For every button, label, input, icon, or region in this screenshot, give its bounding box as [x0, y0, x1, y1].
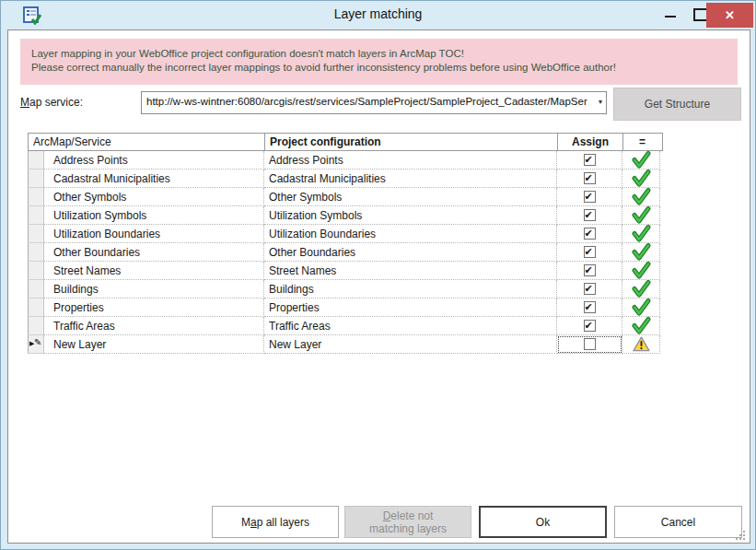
service-name-cell[interactable]: Properties: [44, 298, 264, 317]
table-row: Utilization BoundariesUtilization Bounda…: [28, 225, 663, 243]
table-row: Traffic AreasTraffic Areas: [28, 317, 663, 335]
close-button[interactable]: ✕: [706, 3, 753, 28]
row-header-cell[interactable]: ▶✎: [28, 335, 44, 354]
delete-not-matching-layers-button: Delete not matching layers: [344, 506, 471, 538]
service-name-cell[interactable]: Other Symbols: [44, 188, 264, 206]
row-header-cell[interactable]: [28, 170, 44, 188]
service-name-cell[interactable]: Utilization Boundaries: [44, 225, 264, 243]
column-header-service[interactable]: ArcMap/Service: [29, 134, 265, 150]
window-title: Layer matching: [1, 6, 755, 21]
assign-cell[interactable]: [557, 206, 622, 225]
row-header-cell[interactable]: [28, 151, 44, 170]
assign-cell[interactable]: [557, 243, 622, 262]
table-header-row: ArcMap/Service Project configuration Ass…: [28, 133, 663, 151]
resize-grip-icon[interactable]: [735, 529, 747, 541]
match-check-icon: [631, 188, 651, 205]
project-config-cell[interactable]: Traffic Areas: [264, 317, 557, 335]
layer-matching-table: ArcMap/Service Project configuration Ass…: [28, 133, 663, 354]
column-header-assign[interactable]: Assign: [558, 134, 623, 150]
assign-cell[interactable]: [557, 298, 622, 317]
project-config-cell[interactable]: Other Symbols: [264, 188, 557, 206]
warning-banner: Layer mapping in your WebOffice project …: [20, 39, 738, 85]
row-header-cell[interactable]: [28, 225, 44, 243]
assign-checkbox[interactable]: [584, 338, 596, 350]
project-config-cell[interactable]: Utilization Symbols: [264, 206, 557, 225]
row-header-cell[interactable]: [28, 188, 44, 206]
match-check-icon: [631, 243, 651, 261]
match-status-cell: [622, 170, 660, 188]
row-header-cell[interactable]: [28, 280, 44, 298]
project-config-cell[interactable]: Buildings: [264, 280, 557, 298]
service-name-cell[interactable]: Utilization Symbols: [44, 206, 264, 225]
get-structure-button[interactable]: Get Structure: [613, 88, 741, 121]
assign-cell[interactable]: [557, 151, 622, 170]
table-row: Street NamesStreet Names: [28, 262, 663, 280]
service-name-cell[interactable]: New Layer: [44, 335, 264, 354]
assign-cell[interactable]: [557, 170, 622, 188]
project-config-cell[interactable]: Utilization Boundaries: [264, 225, 557, 243]
table-row: PropertiesProperties: [28, 298, 663, 317]
row-header-cell[interactable]: [28, 298, 44, 317]
match-status-cell: [622, 280, 660, 298]
assign-checkbox[interactable]: [584, 172, 596, 184]
warning-line-1: Layer mapping in your WebOffice project …: [31, 47, 728, 61]
project-config-cell[interactable]: Address Points: [264, 151, 557, 170]
table-row: Cadastral MunicipalitiesCadastral Munici…: [28, 170, 663, 188]
map-service-value: http://w-ws-wintner:6080/arcgis/rest/ser…: [146, 96, 589, 107]
match-check-icon: [631, 280, 651, 298]
assign-checkbox[interactable]: [584, 320, 596, 332]
layer-matching-dialog: Layer matching ✕ Layer mapping in your W…: [0, 0, 756, 550]
column-header-match[interactable]: =: [623, 134, 661, 150]
assign-cell[interactable]: [557, 225, 622, 243]
service-name-cell[interactable]: Address Points: [44, 151, 264, 170]
assign-checkbox[interactable]: [584, 246, 596, 258]
assign-checkbox[interactable]: [584, 301, 596, 313]
match-status-cell: [622, 188, 660, 206]
match-status-cell: [622, 298, 660, 317]
assign-cell[interactable]: [557, 188, 622, 206]
map-all-layers-button[interactable]: Map all layers: [212, 506, 339, 538]
service-name-cell[interactable]: Street Names: [44, 262, 264, 280]
row-header-cell[interactable]: [28, 243, 44, 262]
warning-icon: [633, 336, 650, 352]
cancel-button[interactable]: Cancel: [614, 506, 742, 538]
service-name-cell[interactable]: Buildings: [44, 280, 264, 298]
table-row: Utilization SymbolsUtilization Symbols: [28, 206, 663, 225]
close-icon: ✕: [725, 8, 735, 22]
ok-button[interactable]: Ok: [479, 506, 607, 538]
assign-checkbox[interactable]: [584, 283, 596, 295]
project-config-cell[interactable]: Other Boundaries: [264, 243, 557, 262]
service-name-cell[interactable]: Other Boundaries: [44, 243, 264, 262]
project-config-cell[interactable]: New Layer: [264, 335, 557, 354]
assign-checkbox[interactable]: [584, 209, 596, 221]
dialog-content: Layer mapping in your WebOffice project …: [7, 29, 750, 544]
column-header-project[interactable]: Project configuration: [265, 134, 558, 150]
project-config-cell[interactable]: Properties: [264, 298, 557, 317]
title-bar[interactable]: Layer matching ✕: [1, 1, 755, 29]
row-header-cell[interactable]: [28, 262, 44, 280]
assign-cell[interactable]: [557, 280, 622, 298]
service-name-cell[interactable]: Cadastral Municipalities: [44, 170, 264, 188]
assign-checkbox[interactable]: [584, 154, 596, 166]
table-row: BuildingsBuildings: [28, 280, 663, 298]
map-service-combobox[interactable]: http://w-ws-wintner:6080/arcgis/rest/ser…: [141, 91, 607, 114]
minimize-icon: [665, 16, 676, 18]
match-status-cell: [622, 317, 660, 335]
row-header-cell[interactable]: [28, 317, 44, 335]
table-rows: Address PointsAddress PointsCadastral Mu…: [28, 151, 663, 354]
minimize-button[interactable]: [660, 6, 680, 25]
assign-checkbox[interactable]: [584, 228, 596, 240]
chevron-down-icon[interactable]: ▾: [599, 98, 602, 106]
project-config-cell[interactable]: Street Names: [264, 262, 557, 280]
match-status-cell: [622, 225, 660, 243]
assign-cell[interactable]: [557, 335, 622, 354]
table-row: ▶✎New LayerNew Layer: [28, 335, 663, 354]
row-edit-pencil-icon: ✎: [34, 337, 41, 347]
row-header-cell[interactable]: [28, 206, 44, 225]
project-config-cell[interactable]: Cadastral Municipalities: [264, 170, 557, 188]
assign-checkbox[interactable]: [584, 191, 596, 203]
assign-checkbox[interactable]: [584, 264, 596, 276]
assign-cell[interactable]: [557, 262, 622, 280]
assign-cell[interactable]: [557, 317, 622, 335]
service-name-cell[interactable]: Traffic Areas: [44, 317, 264, 335]
